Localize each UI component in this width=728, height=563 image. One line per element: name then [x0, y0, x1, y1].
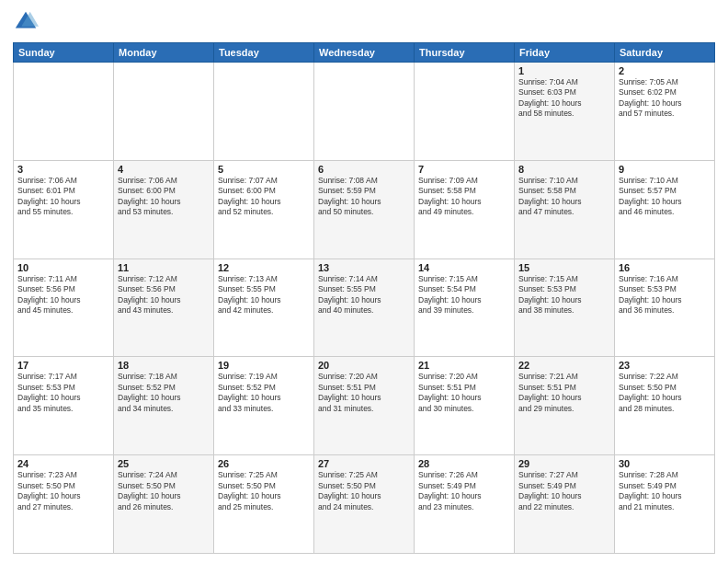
day-info: Sunrise: 7:18 AM Sunset: 5:52 PM Dayligh…	[118, 372, 210, 414]
day-info: Sunrise: 7:15 AM Sunset: 5:54 PM Dayligh…	[418, 274, 510, 316]
day-number: 10	[17, 262, 109, 273]
day-number: 28	[418, 458, 510, 469]
day-number: 5	[218, 164, 310, 175]
calendar-cell: 29Sunrise: 7:27 AM Sunset: 5:49 PM Dayli…	[515, 455, 615, 554]
day-info: Sunrise: 7:21 AM Sunset: 5:51 PM Dayligh…	[518, 372, 610, 414]
calendar-cell	[14, 63, 114, 161]
day-info: Sunrise: 7:06 AM Sunset: 6:01 PM Dayligh…	[17, 176, 109, 218]
calendar-cell	[314, 63, 415, 161]
calendar-cell: 14Sunrise: 7:15 AM Sunset: 5:54 PM Dayli…	[415, 259, 515, 357]
calendar-cell: 8Sunrise: 7:10 AM Sunset: 5:58 PM Daylig…	[515, 160, 615, 259]
calendar-header-friday: Friday	[515, 43, 615, 63]
calendar-cell: 4Sunrise: 7:06 AM Sunset: 6:00 PM Daylig…	[114, 160, 214, 259]
calendar-cell: 19Sunrise: 7:19 AM Sunset: 5:52 PM Dayli…	[214, 357, 314, 455]
day-number: 4	[118, 164, 210, 175]
logo-icon	[13, 9, 39, 35]
day-number: 29	[518, 458, 610, 469]
calendar-week-4: 17Sunrise: 7:17 AM Sunset: 5:53 PM Dayli…	[14, 357, 715, 455]
day-info: Sunrise: 7:20 AM Sunset: 5:51 PM Dayligh…	[418, 372, 510, 414]
day-number: 14	[418, 262, 510, 273]
calendar-cell: 21Sunrise: 7:20 AM Sunset: 5:51 PM Dayli…	[415, 357, 515, 455]
day-number: 11	[118, 262, 210, 273]
calendar-cell: 17Sunrise: 7:17 AM Sunset: 5:53 PM Dayli…	[14, 357, 114, 455]
day-number: 19	[218, 360, 310, 371]
day-info: Sunrise: 7:27 AM Sunset: 5:49 PM Dayligh…	[518, 470, 610, 512]
day-number: 1	[518, 65, 610, 76]
calendar-header-row: SundayMondayTuesdayWednesdayThursdayFrid…	[14, 43, 715, 63]
day-number: 26	[218, 458, 310, 469]
day-info: Sunrise: 7:16 AM Sunset: 5:53 PM Dayligh…	[619, 274, 711, 316]
day-number: 23	[619, 360, 711, 371]
day-number: 8	[518, 164, 610, 175]
calendar-header-thursday: Thursday	[415, 43, 515, 63]
day-info: Sunrise: 7:25 AM Sunset: 5:50 PM Dayligh…	[318, 470, 410, 512]
calendar-cell: 22Sunrise: 7:21 AM Sunset: 5:51 PM Dayli…	[515, 357, 615, 455]
day-number: 21	[418, 360, 510, 371]
day-info: Sunrise: 7:09 AM Sunset: 5:58 PM Dayligh…	[418, 176, 510, 218]
calendar-cell: 1Sunrise: 7:04 AM Sunset: 6:03 PM Daylig…	[515, 63, 615, 161]
day-info: Sunrise: 7:26 AM Sunset: 5:49 PM Dayligh…	[418, 470, 510, 512]
day-info: Sunrise: 7:19 AM Sunset: 5:52 PM Dayligh…	[218, 372, 310, 414]
calendar-cell: 20Sunrise: 7:20 AM Sunset: 5:51 PM Dayli…	[314, 357, 415, 455]
calendar-cell: 18Sunrise: 7:18 AM Sunset: 5:52 PM Dayli…	[114, 357, 214, 455]
day-info: Sunrise: 7:13 AM Sunset: 5:55 PM Dayligh…	[218, 274, 310, 316]
day-info: Sunrise: 7:04 AM Sunset: 6:03 PM Dayligh…	[518, 77, 610, 120]
day-number: 30	[619, 458, 711, 469]
day-number: 15	[518, 262, 610, 273]
day-number: 7	[418, 164, 510, 175]
calendar-header-wednesday: Wednesday	[314, 43, 415, 63]
day-number: 6	[318, 164, 410, 175]
day-info: Sunrise: 7:10 AM Sunset: 5:57 PM Dayligh…	[619, 176, 711, 218]
day-number: 16	[619, 262, 711, 273]
calendar-cell	[114, 63, 214, 161]
calendar-header-tuesday: Tuesday	[214, 43, 314, 63]
day-number: 12	[218, 262, 310, 273]
calendar-cell: 30Sunrise: 7:28 AM Sunset: 5:49 PM Dayli…	[615, 455, 715, 554]
calendar-cell: 6Sunrise: 7:08 AM Sunset: 5:59 PM Daylig…	[314, 160, 415, 259]
calendar-header-saturday: Saturday	[615, 43, 715, 63]
calendar-cell: 23Sunrise: 7:22 AM Sunset: 5:50 PM Dayli…	[615, 357, 715, 455]
calendar-cell: 15Sunrise: 7:15 AM Sunset: 5:53 PM Dayli…	[515, 259, 615, 357]
calendar-cell	[415, 63, 515, 161]
day-number: 18	[118, 360, 210, 371]
day-number: 13	[318, 262, 410, 273]
day-number: 25	[118, 458, 210, 469]
day-info: Sunrise: 7:24 AM Sunset: 5:50 PM Dayligh…	[118, 470, 210, 512]
day-info: Sunrise: 7:10 AM Sunset: 5:58 PM Dayligh…	[518, 176, 610, 218]
calendar-header-sunday: Sunday	[14, 43, 114, 63]
day-number: 9	[619, 164, 711, 175]
day-info: Sunrise: 7:08 AM Sunset: 5:59 PM Dayligh…	[318, 176, 410, 218]
calendar-cell: 9Sunrise: 7:10 AM Sunset: 5:57 PM Daylig…	[615, 160, 715, 259]
calendar-cell: 26Sunrise: 7:25 AM Sunset: 5:50 PM Dayli…	[214, 455, 314, 554]
calendar-cell: 10Sunrise: 7:11 AM Sunset: 5:56 PM Dayli…	[14, 259, 114, 357]
calendar-cell: 16Sunrise: 7:16 AM Sunset: 5:53 PM Dayli…	[615, 259, 715, 357]
day-info: Sunrise: 7:06 AM Sunset: 6:00 PM Dayligh…	[118, 176, 210, 218]
day-info: Sunrise: 7:25 AM Sunset: 5:50 PM Dayligh…	[218, 470, 310, 512]
day-info: Sunrise: 7:22 AM Sunset: 5:50 PM Dayligh…	[619, 372, 711, 414]
day-info: Sunrise: 7:23 AM Sunset: 5:50 PM Dayligh…	[17, 470, 109, 512]
calendar-cell: 2Sunrise: 7:05 AM Sunset: 6:02 PM Daylig…	[615, 63, 715, 161]
calendar-week-3: 10Sunrise: 7:11 AM Sunset: 5:56 PM Dayli…	[14, 259, 715, 357]
day-info: Sunrise: 7:28 AM Sunset: 5:49 PM Dayligh…	[619, 470, 711, 512]
day-number: 3	[17, 164, 109, 175]
calendar-week-1: 1Sunrise: 7:04 AM Sunset: 6:03 PM Daylig…	[14, 63, 715, 161]
day-number: 2	[619, 65, 711, 76]
day-info: Sunrise: 7:07 AM Sunset: 6:00 PM Dayligh…	[218, 176, 310, 218]
day-info: Sunrise: 7:14 AM Sunset: 5:55 PM Dayligh…	[318, 274, 410, 316]
day-info: Sunrise: 7:11 AM Sunset: 5:56 PM Dayligh…	[17, 274, 109, 316]
calendar-table: SundayMondayTuesdayWednesdayThursdayFrid…	[13, 42, 715, 554]
header	[13, 9, 715, 35]
calendar-cell: 27Sunrise: 7:25 AM Sunset: 5:50 PM Dayli…	[314, 455, 415, 554]
calendar-week-2: 3Sunrise: 7:06 AM Sunset: 6:01 PM Daylig…	[14, 160, 715, 259]
calendar-header-monday: Monday	[114, 43, 214, 63]
calendar-cell: 28Sunrise: 7:26 AM Sunset: 5:49 PM Dayli…	[415, 455, 515, 554]
day-number: 20	[318, 360, 410, 371]
day-info: Sunrise: 7:15 AM Sunset: 5:53 PM Dayligh…	[518, 274, 610, 316]
day-number: 27	[318, 458, 410, 469]
calendar-cell: 11Sunrise: 7:12 AM Sunset: 5:56 PM Dayli…	[114, 259, 214, 357]
calendar-cell	[214, 63, 314, 161]
calendar-cell: 5Sunrise: 7:07 AM Sunset: 6:00 PM Daylig…	[214, 160, 314, 259]
day-info: Sunrise: 7:12 AM Sunset: 5:56 PM Dayligh…	[118, 274, 210, 316]
day-info: Sunrise: 7:05 AM Sunset: 6:02 PM Dayligh…	[619, 77, 711, 120]
day-info: Sunrise: 7:17 AM Sunset: 5:53 PM Dayligh…	[17, 372, 109, 414]
